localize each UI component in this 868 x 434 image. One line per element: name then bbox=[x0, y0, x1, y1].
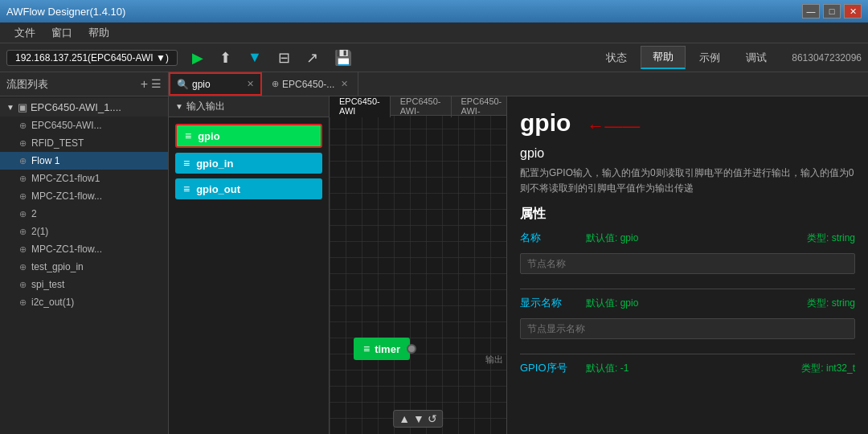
info-header: gpio ←—— bbox=[520, 109, 855, 143]
tab-close-search[interactable]: ✕ bbox=[247, 79, 254, 89]
prop-type-label-2: 类型: bbox=[801, 362, 823, 374]
sidebar-item-0[interactable]: ⊕ EPC6450-AWI... bbox=[0, 117, 168, 134]
sidebar-item-2[interactable]: ⊕ Flow 1 bbox=[0, 152, 168, 170]
tab-debug[interactable]: 调试 bbox=[734, 46, 779, 69]
arrow-annotation: ←—— bbox=[587, 116, 640, 137]
tab-examples[interactable]: 示例 bbox=[687, 46, 732, 69]
prop-default-label-1: 默认值: gpio bbox=[586, 297, 638, 310]
timer-output-port[interactable] bbox=[407, 344, 416, 354]
ip-display[interactable]: 192.168.137.251(EPC6450-AWI ▼) bbox=[6, 50, 178, 66]
canvas-tab-1[interactable]: EPC6450-AWI- bbox=[391, 96, 452, 117]
prop-default-label-2: 默认值: -1 bbox=[586, 362, 628, 375]
export-button[interactable]: ↗ bbox=[301, 47, 323, 68]
flow-icon-2: ⊕ bbox=[19, 156, 27, 166]
sidebar-item-8[interactable]: ⊕ test_gpio_in bbox=[0, 258, 168, 276]
save-button[interactable]: 💾 bbox=[330, 47, 357, 68]
flow-icon-5: ⊕ bbox=[19, 209, 27, 219]
content-area: 🔍 ✕ ⊕ EPC6450-... ✕ ▼ 输入输出 bbox=[169, 72, 868, 434]
tab-status[interactable]: 状态 bbox=[594, 46, 639, 69]
upload-button[interactable]: ⬆ bbox=[215, 47, 236, 68]
sidebar-title: 流图列表 bbox=[6, 77, 48, 92]
prop-type-value-2: int32_t bbox=[826, 362, 855, 374]
prop-default-value-1: gpio bbox=[620, 297, 639, 309]
sidebar-item-7[interactable]: ⊕ MPC-ZC1-flow... bbox=[0, 240, 168, 258]
sidebar-item-3[interactable]: ⊕ MPC-ZC1-flow1 bbox=[0, 170, 168, 187]
flow-tab-icon: ⊕ bbox=[272, 79, 279, 89]
run-button[interactable]: ▶ bbox=[187, 47, 208, 68]
tab-help[interactable]: 帮助 bbox=[641, 46, 686, 69]
main-layout: 流图列表 + ☰ ▼ ▣ EPC6450-AWI_1.... ⊕ EPC6450… bbox=[0, 72, 868, 434]
sidebar-item-label-10: i2c_out(1) bbox=[31, 297, 74, 308]
split-content: ▼ 输入输出 ≡ gpio ≡ gpio_in ≡ gpio_out bbox=[169, 96, 868, 434]
menu-bar: 文件 窗口 帮助 bbox=[0, 23, 868, 43]
gpio-out-node-label: gpio_out bbox=[196, 183, 240, 195]
sidebar: 流图列表 + ☰ ▼ ▣ EPC6450-AWI_1.... ⊕ EPC6450… bbox=[0, 72, 169, 434]
info-panel: gpio ←—— gpio 配置为GPIO输入，输入的值为0则读取引脚电平的值并… bbox=[506, 96, 868, 434]
sidebar-header: 流图列表 + ☰ bbox=[0, 72, 168, 96]
info-big-title: gpio bbox=[520, 109, 571, 137]
node-gpio-in[interactable]: ≡ gpio_in bbox=[175, 153, 322, 174]
flow-icon-9: ⊕ bbox=[19, 280, 27, 290]
node-panel: ▼ 输入输出 ≡ gpio ≡ gpio_in ≡ gpio_out bbox=[169, 96, 330, 434]
sidebar-item-1[interactable]: ⊕ RFID_TEST bbox=[0, 134, 168, 152]
sidebar-item-5[interactable]: ⊕ 2 bbox=[0, 205, 168, 223]
deploy-button[interactable]: ⊟ bbox=[273, 47, 295, 68]
phone-number: 8613047232096 bbox=[792, 52, 862, 63]
flow-icon-3: ⊕ bbox=[19, 174, 27, 184]
sidebar-item-label-4: MPC-ZC1-flow... bbox=[31, 190, 102, 202]
sidebar-actions: + ☰ bbox=[141, 77, 162, 92]
sidebar-group-header[interactable]: ▼ ▣ EPC6450-AWI_1.... bbox=[0, 98, 168, 117]
node-gpio-out[interactable]: ≡ gpio_out bbox=[175, 178, 322, 199]
prop-type-label-0: 类型: bbox=[807, 232, 829, 244]
search-input[interactable] bbox=[192, 79, 240, 90]
tab-flow[interactable]: ⊕ EPC6450-... ✕ bbox=[262, 72, 358, 96]
sidebar-item-label-3: MPC-ZC1-flow1 bbox=[31, 173, 100, 184]
close-button[interactable]: ✕ bbox=[844, 4, 862, 18]
menu-help[interactable]: 帮助 bbox=[80, 24, 117, 42]
canvas-move-down[interactable]: ▼ bbox=[413, 412, 424, 425]
folder-icon: ▣ bbox=[18, 101, 27, 113]
canvas-move-up[interactable]: ▲ bbox=[399, 412, 410, 425]
tab-close-flow[interactable]: ✕ bbox=[341, 79, 348, 89]
node-panel-title: 输入输出 bbox=[186, 100, 225, 113]
canvas-tab-2[interactable]: EPC6450-AWI- bbox=[452, 96, 506, 117]
prop-row-1: 显示名称 默认值: gpio 类型: string bbox=[520, 296, 855, 310]
prop-input-1[interactable] bbox=[520, 318, 855, 339]
node-list: ≡ gpio ≡ gpio_in ≡ gpio_out bbox=[169, 117, 329, 206]
tab-search[interactable]: 🔍 ✕ bbox=[169, 72, 262, 96]
sidebar-menu-button[interactable]: ☰ bbox=[151, 77, 162, 92]
prop-label-1: 显示名称 bbox=[520, 296, 576, 310]
node-gpio[interactable]: ≡ gpio bbox=[175, 124, 322, 148]
connect-button[interactable]: ▼ bbox=[243, 47, 267, 68]
sidebar-item-6[interactable]: ⊕ 2(1) bbox=[0, 223, 168, 240]
sidebar-item-9[interactable]: ⊕ spi_test bbox=[0, 276, 168, 293]
prop-divider-1 bbox=[520, 354, 855, 354]
canvas-refresh[interactable]: ↺ bbox=[428, 412, 437, 425]
sidebar-group-root: ▼ ▣ EPC6450-AWI_1.... ⊕ EPC6450-AWI... ⊕… bbox=[0, 96, 168, 313]
prop-label-2: GPIO序号 bbox=[520, 361, 576, 375]
canvas[interactable]: EPC6450-AWI EPC6450-AWI- EPC6450-AWI- fl… bbox=[330, 96, 506, 434]
menu-window[interactable]: 窗口 bbox=[43, 24, 80, 42]
node-panel-header: ▼ 输入输出 bbox=[169, 96, 329, 117]
canvas-tab-0[interactable]: EPC6450-AWI bbox=[330, 96, 391, 117]
canvas-node-timer[interactable]: ≡ timer bbox=[354, 338, 410, 360]
menu-file[interactable]: 文件 bbox=[6, 24, 43, 42]
prop-default-text-2: 默认值: bbox=[586, 362, 617, 374]
flow-icon-1: ⊕ bbox=[19, 138, 27, 149]
canvas-grid bbox=[330, 96, 506, 434]
timer-node-label: timer bbox=[375, 343, 400, 355]
prop-input-0[interactable] bbox=[520, 253, 855, 274]
prop-type-value-1: string bbox=[832, 297, 855, 309]
restore-button[interactable]: □ bbox=[823, 4, 841, 18]
flow-icon-7: ⊕ bbox=[19, 244, 27, 255]
minimize-button[interactable]: — bbox=[802, 4, 820, 18]
sidebar-add-button[interactable]: + bbox=[141, 77, 148, 92]
sidebar-item-label-9: spi_test bbox=[31, 279, 64, 290]
prop-default-value-0: gpio bbox=[620, 232, 639, 244]
prop-row-2: GPIO序号 默认值: -1 类型: int32_t bbox=[520, 361, 855, 375]
sidebar-root-label: EPC6450-AWI_1.... bbox=[31, 101, 121, 113]
prop-label-0: 名称 bbox=[520, 231, 576, 245]
sidebar-item-10[interactable]: ⊕ i2c_out(1) bbox=[0, 293, 168, 311]
gpio-out-node-icon: ≡ bbox=[183, 182, 190, 195]
sidebar-item-4[interactable]: ⊕ MPC-ZC1-flow... bbox=[0, 187, 168, 205]
